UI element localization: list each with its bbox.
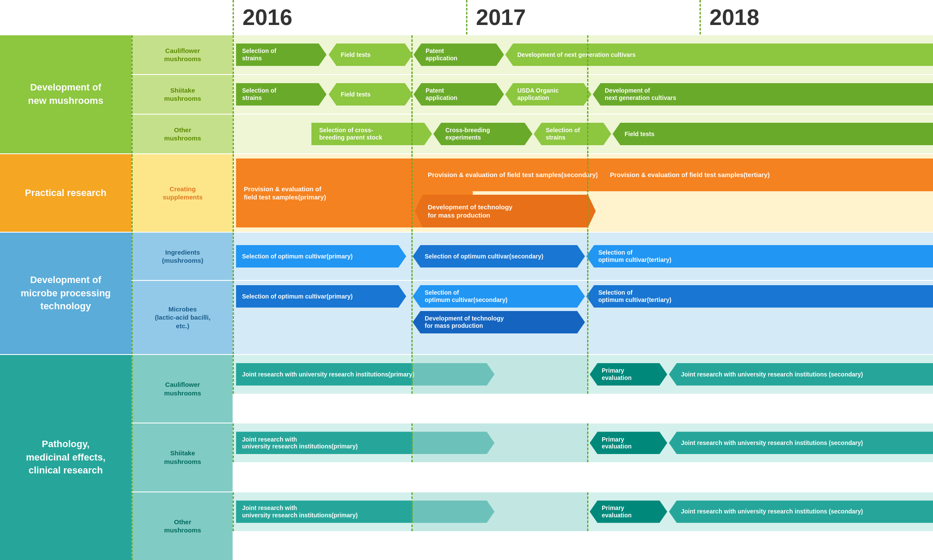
year-2017-header: 2017 bbox=[466, 0, 700, 34]
other-strains: Selection ofstrains bbox=[534, 123, 611, 145]
path-cauf-div1 bbox=[411, 355, 413, 394]
microbes-row: Microbes(lactic-acid bacilli,etc.) Selec… bbox=[131, 281, 933, 354]
mushroom-content: Cauliflowermushrooms Selection ofstrains… bbox=[131, 35, 933, 153]
ing-div1 bbox=[411, 233, 413, 280]
cauf-patent-2017: Patentapplication bbox=[414, 44, 504, 66]
section-label-microbe: Development ofmicrobe processingtechnolo… bbox=[0, 233, 131, 354]
microbe-section-title: Development ofmicrobe processingtechnolo… bbox=[21, 274, 111, 313]
mic-div1 bbox=[411, 281, 413, 354]
cauf-nextgen: Development of next generation cultivars bbox=[505, 44, 933, 66]
year-2018-label: 2018 bbox=[709, 4, 759, 30]
timeline-container: 2016 2017 2018 Development ofnew mushroo… bbox=[0, 0, 933, 560]
ingredients-sublabel: Ingredients(mushrooms) bbox=[131, 233, 233, 280]
section-mushrooms: Development ofnew mushrooms Cauliflowerm… bbox=[0, 34, 933, 153]
shiitake-sublabel: Shiitakemushrooms bbox=[131, 75, 233, 114]
practical-mass-prod: Development of technologyfor mass produc… bbox=[415, 195, 596, 227]
shiitake-usda-2017: USDA Organicapplication bbox=[505, 83, 591, 106]
section-label-practical: Practical research bbox=[0, 154, 131, 232]
ing-div2 bbox=[587, 233, 588, 280]
pathology-section-title: Pathology,medicinal effects,clinical res… bbox=[26, 438, 106, 477]
mic-mass-prod: Development of technologyfor mass produc… bbox=[413, 311, 585, 333]
other-div1 bbox=[411, 115, 413, 153]
path-shi-div1 bbox=[411, 423, 413, 462]
ing-optimum-secondary: Selection of optimum cultivar(secondary) bbox=[413, 245, 585, 268]
section-pathology: Pathology,medicinal effects,clinical res… bbox=[0, 354, 933, 560]
pathology-content: Cauliflowermushrooms Joint research with… bbox=[131, 355, 933, 560]
other-crossbreed-select: Selection of cross-breeding parent stock bbox=[311, 123, 432, 145]
path-other-eval: Primaryevaluation bbox=[590, 501, 667, 523]
path-cauliflower-row: Cauliflowermushrooms Joint research with… bbox=[131, 355, 933, 423]
cauf-selection-2016: Selection ofstrains bbox=[236, 44, 327, 66]
path-cauliflower-sublabel: Cauliflowermushrooms bbox=[131, 355, 233, 423]
path-cauliflower-content: Joint research with university research … bbox=[233, 355, 933, 394]
section-label-pathology: Pathology,medicinal effects,clinical res… bbox=[0, 355, 131, 560]
path-shiitake-row: Shiitakemushrooms Joint research withuni… bbox=[131, 423, 933, 492]
other-sublabel: Othermushrooms bbox=[131, 115, 233, 153]
path-other-secondary: Joint research with university research … bbox=[669, 501, 933, 523]
mic-optimum-tertiary: Selection ofoptimum cultivar(tertiary) bbox=[586, 285, 933, 308]
shiitake-div2 bbox=[587, 75, 588, 114]
year-2018-header: 2018 bbox=[700, 0, 933, 34]
other-crossbreed-exp: Cross-breedingexperiments bbox=[433, 123, 532, 145]
section-microbe: Development ofmicrobe processingtechnolo… bbox=[0, 232, 933, 354]
path-shiitake-content: Joint research withuniversity research i… bbox=[233, 423, 933, 462]
path-shiitake-secondary: Joint research with university research … bbox=[669, 432, 933, 454]
path-joint-secondary: Joint research with university research … bbox=[669, 363, 933, 386]
year-2016-header: 2016 bbox=[233, 0, 466, 34]
section-label-mushrooms: Development ofnew mushrooms bbox=[0, 35, 131, 153]
path-shiitake-2017-light bbox=[413, 423, 588, 462]
path-2017-light bbox=[413, 355, 588, 394]
section-practical: Practical research Creatingsupplements P… bbox=[0, 153, 933, 232]
other-field-2018: Field tests bbox=[613, 123, 933, 145]
ing-optimum-primary: Selection of optimum cultivar(primary) bbox=[236, 245, 406, 268]
other-mushrooms-row: Othermushrooms Selection of cross-breedi… bbox=[131, 115, 933, 153]
path-other-label: Othermushrooms bbox=[164, 518, 201, 535]
ing-optimum-tertiary: Selection ofoptimum cultivar(tertiary) bbox=[586, 245, 933, 268]
other-div2 bbox=[587, 115, 588, 153]
microbes-sublabel: Microbes(lactic-acid bacilli,etc.) bbox=[131, 281, 233, 354]
cauliflower-label-text: Cauliflowermushrooms bbox=[164, 47, 201, 63]
practical-div2 bbox=[587, 154, 588, 232]
header-left-spacer bbox=[0, 0, 233, 34]
shiitake-field-2016: Field tests bbox=[329, 83, 413, 106]
path-other-2017-light bbox=[413, 492, 588, 531]
shiitake-label-text: Shiitakemushrooms bbox=[164, 86, 201, 103]
year-2017-label: 2017 bbox=[476, 4, 526, 30]
path-oth-div1 bbox=[411, 492, 413, 531]
year-2016-label: 2016 bbox=[243, 4, 292, 30]
other-content-area: Selection of cross-breeding parent stock… bbox=[233, 115, 933, 153]
practical-div1 bbox=[411, 154, 413, 232]
shiitake-div1 bbox=[411, 75, 413, 114]
mic-div2 bbox=[587, 281, 588, 354]
other-label-text: Othermushrooms bbox=[164, 126, 201, 143]
path-shiitake-eval: Primaryevaluation bbox=[590, 432, 667, 454]
div-2016-2017 bbox=[411, 35, 413, 74]
ingredients-content-area: Selection of optimum cultivar(primary) S… bbox=[233, 233, 933, 280]
path-cauf-div2 bbox=[587, 355, 588, 394]
practical-provision-tertiary: Provision & evaluation of field test sam… bbox=[597, 159, 933, 191]
cauliflower-content-area: Selection ofstrains Field tests Patentap… bbox=[233, 35, 933, 74]
path-oth-div2 bbox=[587, 492, 588, 531]
path-other-sublabel: Othermushrooms bbox=[131, 492, 233, 560]
shiitake-patent-2017: Patentapplication bbox=[414, 83, 504, 106]
mic-optimum-primary: Selection of optimum cultivar(primary) bbox=[236, 285, 406, 308]
microbe-content: Ingredients(mushrooms) Selection of opti… bbox=[131, 233, 933, 354]
mic-optimum-secondary: Selection ofoptimum cultivar(secondary) bbox=[413, 285, 585, 308]
shiitake-row: Shiitakemushrooms Selection ofstrains Fi… bbox=[131, 75, 933, 115]
path-other-row: Othermushrooms Joint research withuniver… bbox=[131, 492, 933, 560]
path-cauliflower-label: Cauliflowermushrooms bbox=[164, 380, 201, 397]
practical-content-area: Provision & evaluation offield test samp… bbox=[233, 154, 933, 232]
header-row: 2016 2017 2018 bbox=[0, 0, 933, 34]
path-shi-div2 bbox=[587, 423, 588, 462]
ingredients-row: Ingredients(mushrooms) Selection of opti… bbox=[131, 233, 933, 281]
practical-sublabel: Creatingsupplements bbox=[131, 154, 233, 232]
path-shiitake-sublabel: Shiitakemushrooms bbox=[131, 423, 233, 491]
cauliflower-row: Cauliflowermushrooms Selection ofstrains… bbox=[131, 35, 933, 75]
div-2017-2018 bbox=[587, 35, 588, 74]
shiitake-nextgen-2018: Development ofnext generation cultivars bbox=[593, 83, 933, 106]
microbes-label-text: Microbes(lactic-acid bacilli,etc.) bbox=[155, 305, 210, 330]
practical-label-text: Creatingsupplements bbox=[163, 185, 203, 202]
header-years: 2016 2017 2018 bbox=[233, 0, 933, 34]
microbes-content-area: Selection of optimum cultivar(primary) S… bbox=[233, 281, 933, 354]
path-shiitake-label: Shiitakemushrooms bbox=[164, 449, 201, 466]
